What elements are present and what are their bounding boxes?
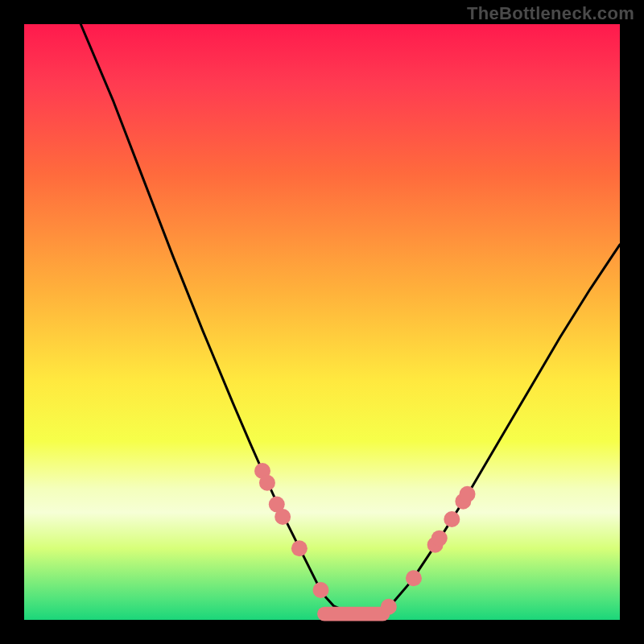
curve-marker xyxy=(313,582,329,598)
curve-marker xyxy=(460,486,476,502)
curve-marker xyxy=(406,570,422,586)
curve-marker xyxy=(381,599,397,615)
curve-marker xyxy=(431,530,448,547)
watermark-text: TheBottleneck.com xyxy=(467,3,634,24)
curve-marker xyxy=(291,540,308,556)
outer-frame: TheBottleneck.com xyxy=(0,0,644,644)
bottleneck-curve xyxy=(80,24,620,614)
curve-marker xyxy=(444,511,460,527)
curve-marker xyxy=(275,509,291,525)
chart-svg xyxy=(24,24,620,620)
curve-marker xyxy=(259,475,275,491)
curve-markers xyxy=(254,463,476,615)
plot-area xyxy=(24,24,620,620)
